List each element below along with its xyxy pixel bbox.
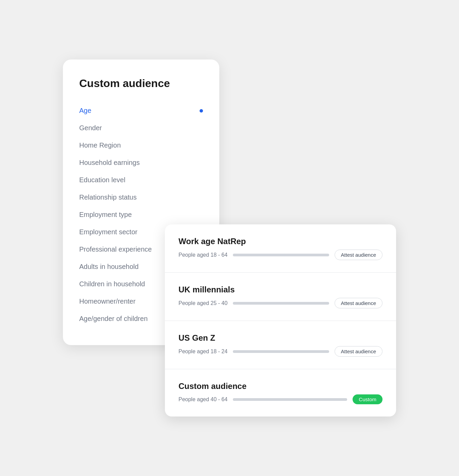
card-subtitle: People aged 40 - 64 <box>178 396 227 403</box>
progress-bar-fill <box>233 302 290 305</box>
nav-item-gender[interactable]: Gender <box>79 119 203 137</box>
progress-bar-fill <box>233 398 302 401</box>
progress-bar-track <box>233 350 329 353</box>
card-title: Custom audience <box>178 381 247 391</box>
nav-item-label: Children in household <box>79 280 145 288</box>
nav-item-label: Employment sector <box>79 228 137 236</box>
nav-item-home-region[interactable]: Home Region <box>79 137 203 154</box>
nav-item-label: Education level <box>79 176 125 184</box>
card-body: People aged 18 - 64Attest audience <box>178 250 382 260</box>
progress-bar-track <box>233 254 329 256</box>
nav-item-label: Home Region <box>79 141 121 149</box>
card-subtitle: People aged 25 - 40 <box>178 300 227 306</box>
audience-card-uk-millennials: UK millennialsPeople aged 25 - 40Attest … <box>165 273 396 321</box>
progress-bar-fill <box>233 350 281 353</box>
nav-item-label: Professional experience <box>79 245 152 253</box>
nav-item-relationship-status[interactable]: Relationship status <box>79 189 203 206</box>
card-title: Work age NatRep <box>178 237 246 246</box>
progress-bar-track <box>233 398 347 401</box>
audience-card-us-gen-z: US Gen ZPeople aged 18 - 24Attest audien… <box>165 321 396 369</box>
card-body: People aged 18 - 24Attest audience <box>178 346 382 357</box>
card-body: People aged 25 - 40Attest audience <box>178 298 382 308</box>
card-subtitle: People aged 18 - 64 <box>178 252 227 258</box>
card-header: US Gen Z <box>178 333 382 343</box>
audience-card-custom-audience: Custom audiencePeople aged 40 - 64Custom <box>165 369 396 417</box>
nav-item-label: Age/gender of children <box>79 315 148 323</box>
card-title: UK millennials <box>178 285 235 294</box>
badge-uk-millennials[interactable]: Attest audience <box>335 298 382 308</box>
nav-item-label: Gender <box>79 124 102 132</box>
active-dot-icon <box>200 109 203 113</box>
panel-title: Custom audience <box>79 77 203 90</box>
right-panel: Work age NatRepPeople aged 18 - 64Attest… <box>165 224 396 417</box>
card-subtitle: People aged 18 - 24 <box>178 348 227 355</box>
nav-item-label: Age <box>79 107 91 115</box>
nav-item-label: Relationship status <box>79 193 137 201</box>
nav-item-label: Employment type <box>79 211 132 219</box>
badge-work-age-natrep[interactable]: Attest audience <box>335 250 382 260</box>
nav-item-label: Homeowner/renter <box>79 298 136 305</box>
card-title: US Gen Z <box>178 333 215 343</box>
progress-bar-track <box>233 302 329 305</box>
nav-item-label: Adults in household <box>79 263 139 271</box>
card-body: People aged 40 - 64Custom <box>178 394 382 404</box>
nav-item-label: Household earnings <box>79 159 140 167</box>
audience-card-work-age-natrep: Work age NatRepPeople aged 18 - 64Attest… <box>165 224 396 273</box>
nav-item-age[interactable]: Age <box>79 102 203 119</box>
progress-bar-fill <box>233 254 286 256</box>
badge-custom-audience[interactable]: Custom <box>353 394 382 404</box>
card-header: Work age NatRep <box>178 237 382 246</box>
card-header: Custom audience <box>178 381 382 391</box>
card-header: UK millennials <box>178 285 382 294</box>
nav-item-education-level[interactable]: Education level <box>79 171 203 189</box>
nav-item-employment-type[interactable]: Employment type <box>79 206 203 223</box>
badge-us-gen-z[interactable]: Attest audience <box>335 346 382 357</box>
nav-item-household-earnings[interactable]: Household earnings <box>79 154 203 171</box>
